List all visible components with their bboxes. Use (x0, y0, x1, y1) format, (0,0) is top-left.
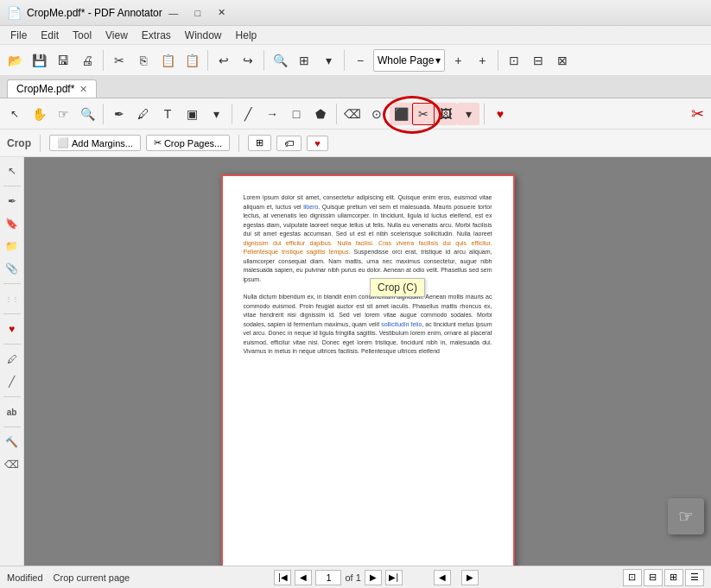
text-tool[interactable]: T (156, 103, 179, 125)
crop-status: Crop current page (54, 572, 130, 583)
tab-cropme[interactable]: CropMe.pdf* ✕ (7, 79, 97, 98)
crop-sep1 (40, 135, 41, 152)
add-page-button[interactable]: + (471, 49, 493, 72)
rect-tool[interactable]: □ (285, 103, 308, 125)
zoom-dropdown-arrow: ▾ (435, 54, 441, 66)
menu-file[interactable]: File (3, 28, 34, 43)
crop-heart-button[interactable]: ♥ (307, 136, 328, 151)
zoom-in-button[interactable]: + (447, 49, 469, 72)
more-btn[interactable]: ▾ (205, 103, 227, 125)
crop-extra-button[interactable]: ⊞ (248, 135, 271, 151)
stamp-tool[interactable]: ▣ (181, 103, 203, 125)
crop-tool[interactable]: ✂ (412, 103, 435, 125)
eraser-tool[interactable]: ⌫ (341, 103, 364, 125)
zoom-out-button[interactable]: − (349, 49, 371, 72)
tsep4 (484, 104, 485, 124)
highlight-tool[interactable]: 🖊 (132, 103, 155, 125)
menu-tool[interactable]: Tool (66, 28, 98, 43)
first-page-button[interactable]: |◀ (274, 570, 291, 585)
redact-tool[interactable]: ⬛ (390, 103, 412, 125)
zoom-dropdown[interactable]: Whole Page ▾ (373, 49, 445, 72)
maximize-button[interactable]: □ (187, 4, 209, 22)
page-content: Lorem ipsum dolor sit amet, consectetur … (223, 176, 513, 383)
lasso-tool[interactable]: ⊙ (365, 103, 388, 125)
next-page-button[interactable]: ▶ (365, 570, 382, 585)
tab-close-button[interactable]: ✕ (79, 84, 87, 95)
move-tool[interactable]: ✋ (28, 103, 50, 125)
paste2-button[interactable]: 📋 (181, 49, 203, 72)
pen-tool[interactable]: ✒ (108, 103, 130, 125)
annotation-toolbar: ↖ ✋ ☞ 🔍 ✒ 🖊 T ▣ ▾ ╱ → □ ⬟ ⌫ ⊙ ⬛ ✂ 🖼 ▾ ♥ … (0, 98, 711, 130)
add-margins-icon: ⬜ (57, 137, 69, 149)
fab-button[interactable]: ☞ (668, 498, 704, 534)
menu-window[interactable]: Window (178, 28, 229, 43)
dropdown2-button[interactable]: ▾ (317, 49, 340, 72)
save2-button[interactable]: 🖫 (52, 49, 74, 72)
scroll-view-button[interactable]: ☰ (685, 569, 704, 586)
view1-button[interactable]: ⊡ (503, 49, 525, 72)
tab-bar: CropMe.pdf* ✕ (0, 76, 711, 98)
side-highlight-tool[interactable]: 🖊 (2, 349, 22, 370)
more-crop-btn[interactable]: ▾ (457, 103, 479, 125)
side-sep3 (3, 313, 21, 314)
prev-nav[interactable]: ◀ (434, 570, 451, 585)
arrow-tool[interactable]: → (261, 103, 283, 125)
side-attach-tool[interactable]: 📎 (2, 258, 22, 279)
grid-view-button[interactable]: ⊞ (664, 569, 683, 586)
menu-help[interactable]: Help (229, 28, 264, 43)
view2-button[interactable]: ⊟ (527, 49, 549, 72)
side-stamp-tool[interactable]: 🔨 (2, 432, 22, 452)
crop-tag-icon: 🏷 (284, 138, 294, 149)
open-button[interactable]: 📂 (3, 49, 26, 72)
menu-extras[interactable]: Extras (135, 28, 178, 43)
print-button[interactable]: 🖨 (76, 49, 98, 72)
add-margins-button[interactable]: ⬜ Add Margins... (49, 135, 141, 151)
next-nav[interactable]: ▶ (461, 570, 479, 585)
menu-edit[interactable]: Edit (34, 28, 66, 43)
side-eraser-tool[interactable]: ⌫ (2, 454, 22, 475)
content-area: Lorem ipsum dolor sit amet, consectetur … (24, 157, 711, 566)
undo-button[interactable]: ↩ (213, 49, 235, 72)
cut-button[interactable]: ✂ (108, 49, 130, 72)
side-pen-tool[interactable]: ✒ (2, 191, 22, 212)
sep2 (207, 50, 208, 71)
zoom-tool[interactable]: 🔍 (76, 103, 98, 125)
image-tool[interactable]: 🖼 (435, 103, 457, 125)
save-button[interactable]: 💾 (28, 49, 50, 72)
side-grip[interactable]: ⋮⋮ (2, 288, 22, 309)
copy-button[interactable]: ⎘ (132, 49, 155, 72)
side-line-tool[interactable]: ╱ (2, 371, 22, 392)
view3-button[interactable]: ⊠ (551, 49, 574, 72)
page-input[interactable] (315, 570, 341, 585)
side-text-tool[interactable]: ab (2, 401, 22, 422)
add-margins-label: Add Margins... (72, 138, 133, 149)
double-view-button[interactable]: ⊟ (644, 569, 663, 586)
select-tool[interactable]: ↖ (3, 103, 26, 125)
tsep3 (336, 104, 337, 124)
paragraph-1: Lorem ipsum dolor sit amet, consectetur … (244, 193, 492, 284)
single-view-button[interactable]: ⊡ (623, 569, 642, 586)
minimize-button[interactable]: — (162, 4, 185, 22)
paste-button[interactable]: 📋 (156, 49, 179, 72)
side-folder-tool[interactable]: 📁 (2, 236, 22, 256)
crop-pages-button[interactable]: ✂ Crop Pages... (146, 135, 230, 151)
side-arrow-tool[interactable]: ↖ (2, 161, 22, 181)
shape-tool[interactable]: ⬟ (309, 103, 332, 125)
hand-tool[interactable]: ☞ (52, 103, 74, 125)
side-bookmark-tool[interactable]: 🔖 (2, 213, 22, 234)
line-tool[interactable]: ╱ (237, 103, 259, 125)
close-button[interactable]: ✕ (211, 4, 233, 22)
heart-tool[interactable]: ♥ (489, 103, 511, 125)
last-page-button[interactable]: ▶| (385, 570, 403, 585)
crop-tag-button[interactable]: 🏷 (276, 136, 302, 151)
sep4 (344, 50, 345, 71)
menu-view[interactable]: View (98, 28, 135, 43)
redo-button[interactable]: ↪ (237, 49, 259, 72)
search-button[interactable]: 🔍 (269, 49, 291, 72)
side-heart-tool[interactable]: ♥ (2, 319, 22, 339)
right-crop-icon[interactable]: ✂ (687, 104, 708, 124)
grid-button[interactable]: ⊞ (293, 49, 315, 72)
prev-page-button[interactable]: ◀ (295, 570, 312, 585)
title-bar: 📄 CropMe.pdf* - PDF Annotator — □ ✕ (0, 0, 711, 26)
paragraph-2: Nulla dictum bibendum ex, in blandit eni… (244, 293, 492, 357)
